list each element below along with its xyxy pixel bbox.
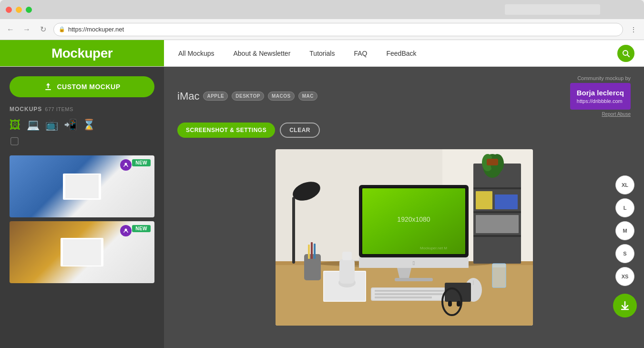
size-xs-button[interactable]: XS bbox=[615, 267, 634, 286]
nav-links: All Mockups About & Newsletter Tutorials… bbox=[164, 40, 617, 66]
billboard-filter-icon[interactable]: ▢ bbox=[10, 134, 20, 147]
svg-rect-13 bbox=[473, 187, 521, 189]
mockups-count: 677 ITEMS bbox=[45, 106, 73, 112]
mockup-preview: 1920x1080 Mockuper.net M  bbox=[276, 149, 533, 326]
svg-rect-22 bbox=[476, 215, 519, 233]
community-icon-2 bbox=[123, 228, 129, 234]
svg-rect-19 bbox=[487, 159, 498, 165]
svg-rect-54 bbox=[339, 259, 355, 284]
nav-tutorials[interactable]: Tutorials bbox=[309, 50, 335, 57]
phone-filter-icon[interactable]: 📲 bbox=[64, 119, 77, 131]
maximize-dot[interactable] bbox=[26, 7, 32, 13]
reload-button[interactable]: ↻ bbox=[37, 24, 49, 35]
mockup-title-row: iMac APPLE DESKTOP MACOS MAC Community m… bbox=[177, 75, 631, 117]
tag-desktop[interactable]: DESKTOP bbox=[232, 92, 264, 101]
community-icon bbox=[123, 162, 129, 168]
browser-menu-button[interactable]: ⋮ bbox=[628, 24, 639, 35]
main-content: iMac APPLE DESKTOP MACOS MAC Community m… bbox=[164, 67, 644, 348]
svg-rect-46 bbox=[308, 245, 310, 259]
new-badge-1: NEW bbox=[132, 159, 151, 166]
forward-button[interactable]: → bbox=[21, 24, 32, 35]
browser-addressbar: ← → ↻ 🔒 https://mockuper.net ⋮ bbox=[0, 19, 644, 40]
svg-rect-48 bbox=[314, 244, 316, 259]
svg-text:1920x1080: 1920x1080 bbox=[397, 215, 430, 223]
device-filter-row-2: ▢ bbox=[10, 134, 154, 147]
desktop-filter-icon[interactable]: 🖼 bbox=[10, 118, 21, 132]
nav-all-mockups[interactable]: All Mockups bbox=[178, 50, 214, 57]
svg-text:Mockuper.net M: Mockuper.net M bbox=[420, 246, 447, 250]
community-badge-1 bbox=[120, 159, 132, 171]
community-name: Borja leclercq bbox=[577, 88, 624, 98]
browser-titlebar bbox=[0, 0, 644, 19]
mockup-thumbnail-2[interactable]: NEW bbox=[10, 221, 154, 283]
nav-feedback[interactable]: FeedBack bbox=[387, 50, 417, 57]
svg-rect-52 bbox=[457, 301, 460, 307]
svg-rect-10 bbox=[292, 197, 295, 264]
new-badge-2: NEW bbox=[132, 225, 151, 232]
tag-apple[interactable]: APPLE bbox=[203, 92, 228, 101]
custom-mockup-button[interactable]: CUSTOM MOCKUP bbox=[10, 76, 154, 97]
svg-rect-33 bbox=[395, 278, 433, 281]
svg-rect-55 bbox=[342, 252, 352, 260]
right-size-controls: XL L M S XS bbox=[613, 175, 637, 317]
tag-mac[interactable]: MAC bbox=[298, 92, 317, 101]
report-abuse-link[interactable]: Report Abuse bbox=[602, 112, 631, 117]
svg-rect-14 bbox=[473, 211, 521, 213]
community-badge-2 bbox=[120, 225, 132, 236]
laptop-filter-icon[interactable]: 💻 bbox=[27, 119, 40, 131]
sidebar: CUSTOM MOCKUP MOCKUPS 677 ITEMS 🖼 💻 📺 📲 … bbox=[0, 67, 164, 348]
clear-button[interactable]: CLEAR bbox=[280, 123, 320, 138]
svg-rect-36 bbox=[375, 290, 457, 292]
device-filter-row: 🖼 💻 📺 📲 ⌛ bbox=[10, 118, 154, 132]
minimize-dot[interactable] bbox=[16, 7, 22, 13]
upload-icon bbox=[43, 82, 53, 92]
close-dot[interactable] bbox=[6, 7, 12, 13]
lock-icon: 🔒 bbox=[59, 26, 65, 32]
screenshot-settings-button[interactable]: SCREENSHOT & SETTINGS bbox=[177, 123, 275, 138]
svg-line-1 bbox=[627, 55, 629, 57]
svg-rect-20 bbox=[476, 191, 492, 209]
mockups-label: MOCKUPS 677 ITEMS bbox=[10, 106, 154, 113]
url-text: https://mockuper.net bbox=[68, 26, 124, 33]
tag-macos[interactable]: MACOS bbox=[268, 92, 295, 101]
svg-rect-21 bbox=[495, 194, 518, 209]
top-navigation: Mockuper All Mockups About & Newsletter … bbox=[0, 40, 644, 67]
app-container: CUSTOM MOCKUP MOCKUPS 677 ITEMS 🖼 💻 📺 📲 … bbox=[0, 67, 644, 348]
svg-rect-12 bbox=[473, 164, 521, 264]
nav-faq[interactable]: FAQ bbox=[354, 50, 367, 57]
watch-filter-icon[interactable]: ⌛ bbox=[82, 119, 95, 131]
content-area: 1920x1080 Mockuper.net M  bbox=[164, 144, 644, 348]
address-bar[interactable]: 🔒 https://mockuper.net bbox=[53, 23, 623, 36]
svg-rect-47 bbox=[311, 242, 313, 259]
content-header: iMac APPLE DESKTOP MACOS MAC Community m… bbox=[164, 67, 644, 144]
back-button[interactable]: ← bbox=[5, 24, 16, 35]
mockup-scene-svg: 1920x1080 Mockuper.net M  bbox=[276, 149, 533, 326]
download-icon bbox=[620, 300, 630, 311]
svg-text::  bbox=[412, 260, 414, 266]
nav-about-newsletter[interactable]: About & Newsletter bbox=[233, 50, 290, 57]
logo-area: Mockuper bbox=[0, 40, 164, 66]
svg-rect-44 bbox=[492, 264, 506, 267]
actions-row: SCREENSHOT & SETTINGS CLEAR bbox=[177, 123, 631, 138]
tablet-filter-icon[interactable]: 📺 bbox=[45, 119, 58, 131]
search-button[interactable] bbox=[617, 45, 634, 62]
svg-rect-51 bbox=[448, 301, 452, 307]
size-xl-button[interactable]: XL bbox=[615, 175, 634, 194]
svg-rect-15 bbox=[473, 235, 521, 237]
size-m-button[interactable]: M bbox=[615, 221, 634, 240]
community-card: Borja leclercq https://dribbble.com bbox=[570, 83, 631, 110]
svg-rect-38 bbox=[375, 297, 432, 298]
community-url: https://dribbble.com bbox=[577, 98, 624, 105]
mockup-title: iMac bbox=[177, 90, 199, 102]
download-button[interactable] bbox=[613, 294, 637, 317]
mockup-thumbnail-1[interactable]: NEW bbox=[10, 155, 154, 217]
svg-marker-32 bbox=[397, 268, 411, 278]
community-label: Community mockup by bbox=[577, 75, 631, 81]
svg-rect-2 bbox=[45, 89, 51, 90]
search-icon bbox=[622, 50, 630, 57]
size-s-button[interactable]: S bbox=[615, 244, 634, 263]
site-logo[interactable]: Mockuper bbox=[51, 46, 112, 61]
size-l-button[interactable]: L bbox=[615, 198, 634, 217]
